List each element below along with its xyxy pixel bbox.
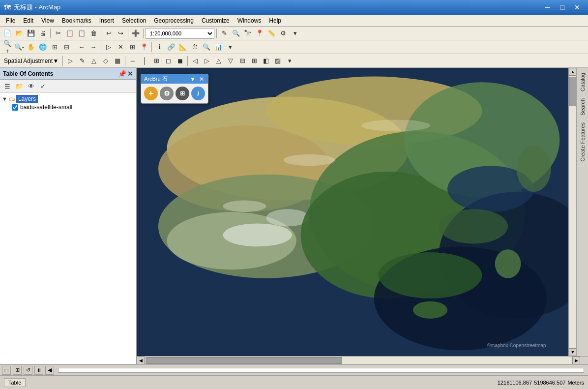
identify-button[interactable]: 🔍 xyxy=(231,28,241,39)
sa-link-tbl[interactable]: ⊞ xyxy=(151,56,162,66)
close-button[interactable]: ✕ xyxy=(570,2,584,13)
sa-arrow1[interactable]: ◁ xyxy=(190,56,201,66)
scale-dropdown[interactable]: 1:20,000,000 xyxy=(146,28,214,39)
toc-expand-icon[interactable]: ▼ xyxy=(2,96,7,102)
fixed-zoom-in-button[interactable]: ⊞ xyxy=(49,42,60,53)
toc-layer-checkbox-0[interactable] xyxy=(12,104,18,111)
menu-help[interactable]: Help xyxy=(265,15,285,26)
layout-btn1[interactable]: □ xyxy=(2,366,11,375)
sa-control-pt[interactable]: ◇ xyxy=(100,56,111,66)
toc-group-label[interactable]: Layers xyxy=(16,95,38,103)
search-cache[interactable]: 🔍 xyxy=(201,42,212,53)
toc-sel-btn[interactable]: ✓ xyxy=(37,81,48,91)
vscroll-thumb[interactable] xyxy=(569,77,576,106)
save-button[interactable]: 💾 xyxy=(26,28,36,39)
redo-button[interactable]: ↪ xyxy=(115,28,126,39)
vscroll-down-button[interactable]: ▼ xyxy=(569,348,577,356)
toc-visible-btn[interactable]: 👁 xyxy=(26,81,36,91)
arcbru-add-button[interactable]: + xyxy=(144,87,158,100)
find-button[interactable]: 🔭 xyxy=(242,28,253,39)
pan-button[interactable]: ✋ xyxy=(26,42,36,53)
sidebar-search[interactable]: Search xyxy=(579,95,587,119)
vscroll-up-button[interactable]: ▲ xyxy=(569,68,577,76)
menu-file[interactable]: File xyxy=(2,15,19,26)
toc-source-btn[interactable]: 📁 xyxy=(14,81,25,91)
sidebar-catalog[interactable]: Catalog xyxy=(579,70,587,94)
tb2-more[interactable]: ▾ xyxy=(225,42,235,53)
sa-view-link[interactable]: ◻ xyxy=(163,56,174,66)
sa-edg-snap[interactable]: ─ xyxy=(127,56,138,66)
back-btn[interactable]: ◀ xyxy=(45,366,54,375)
sa-vertex-tool[interactable]: ✎ xyxy=(77,56,88,66)
sa-select-tool[interactable]: ▷ xyxy=(65,56,76,66)
table-button[interactable]: Table xyxy=(4,378,26,387)
clear-sel-button[interactable]: ✕ xyxy=(115,42,126,53)
mxd-prop-button[interactable]: ⚙ xyxy=(278,28,289,39)
hscroll-left-button[interactable]: ◀ xyxy=(137,357,145,364)
sa-arrow2[interactable]: ▷ xyxy=(202,56,212,66)
tb1-more[interactable]: ▾ xyxy=(290,28,300,39)
zoom-in-button[interactable]: 🔍+ xyxy=(2,42,13,53)
back-extent-button[interactable]: ← xyxy=(76,42,87,53)
sa-arrow3[interactable]: △ xyxy=(213,56,224,66)
editor-button[interactable]: ✎ xyxy=(219,28,230,39)
menu-selection[interactable]: Selection xyxy=(118,15,150,26)
spatial-adj-label[interactable]: Spatial Adjustment ▼ xyxy=(2,58,60,64)
toc-pin-button[interactable]: 📌 xyxy=(118,70,126,78)
sidebar-create-features[interactable]: Create Features xyxy=(579,120,587,164)
goto-xy-button[interactable]: 📍 xyxy=(254,28,265,39)
menu-bookmarks[interactable]: Bookmarks xyxy=(58,15,95,26)
undo-button[interactable]: ↩ xyxy=(103,28,114,39)
menu-view[interactable]: View xyxy=(37,15,58,26)
full-extent-button[interactable]: 🌐 xyxy=(37,42,48,53)
sa-btn2[interactable]: ⊞ xyxy=(249,56,260,66)
hscroll-thumb[interactable] xyxy=(146,357,342,364)
measure-button[interactable]: 📏 xyxy=(266,28,277,39)
fixed-zoom-out-button[interactable]: ⊟ xyxy=(61,42,72,53)
zoom-out-button[interactable]: 🔍- xyxy=(14,42,25,53)
hscroll-right-button[interactable]: ▶ xyxy=(572,357,580,364)
minimize-button[interactable]: ─ xyxy=(541,2,555,13)
arcbru-close-btn[interactable]: ✕ xyxy=(198,76,205,83)
sa-arrow4[interactable]: ▽ xyxy=(225,56,236,66)
cut-button[interactable]: ✂ xyxy=(53,28,63,39)
arcbru-settings-button[interactable]: ⚙ xyxy=(160,87,174,100)
menu-geoprocessing[interactable]: Geoprocessing xyxy=(150,15,198,26)
delete-button[interactable]: 🗑 xyxy=(88,28,99,39)
print-button[interactable]: 🖨 xyxy=(37,28,48,39)
paste-button[interactable]: 📋 xyxy=(76,28,87,39)
menu-customize[interactable]: Customize xyxy=(198,15,234,26)
select-button[interactable]: ▷ xyxy=(103,42,114,53)
arcbru-grid-button[interactable]: ⊞ xyxy=(176,87,189,100)
sa-grid[interactable]: ▦ xyxy=(112,56,123,66)
identify-tool[interactable]: ℹ xyxy=(154,42,165,53)
measure-tool[interactable]: 📐 xyxy=(177,42,188,53)
sa-more[interactable]: ▾ xyxy=(284,56,295,66)
maximize-button[interactable]: □ xyxy=(556,2,569,13)
pause-btn[interactable]: ⏸ xyxy=(34,366,43,375)
forward-extent-button[interactable]: → xyxy=(88,42,99,53)
hyper-tool[interactable]: 🔗 xyxy=(166,42,176,53)
sa-vert-snap[interactable]: │ xyxy=(139,56,150,66)
layout-btn2[interactable]: ⊞ xyxy=(13,366,22,375)
time-tool[interactable]: ⏱ xyxy=(189,42,200,53)
arcbru-info-button[interactable]: i xyxy=(191,87,205,100)
arcbru-dropdown-btn[interactable]: ▼ xyxy=(189,76,196,83)
sa-del-link[interactable]: ◼ xyxy=(175,56,185,66)
menu-windows[interactable]: Windows xyxy=(234,15,265,26)
new-button[interactable]: 📄 xyxy=(2,28,13,39)
menu-edit[interactable]: Edit xyxy=(19,15,37,26)
map-view[interactable]: ©mapbox ©openstreetmap ArcBru 石 ▼ ✕ + xyxy=(137,68,568,356)
sa-btn4[interactable]: ▨ xyxy=(272,56,283,66)
refresh-btn[interactable]: ↺ xyxy=(24,366,32,375)
sa-btn1[interactable]: ⊟ xyxy=(237,56,248,66)
add-data-button[interactable]: ➕ xyxy=(130,28,141,39)
menu-insert[interactable]: Insert xyxy=(95,15,118,26)
toc-close-button[interactable]: ✕ xyxy=(127,70,133,78)
preview-html[interactable]: 📊 xyxy=(213,42,224,53)
toc-list-btn[interactable]: ☰ xyxy=(2,81,13,91)
sa-btn3[interactable]: ◧ xyxy=(261,56,271,66)
sel-by-attr-button[interactable]: ⊞ xyxy=(127,42,138,53)
copy-button[interactable]: 📋 xyxy=(64,28,75,39)
sel-by-loc-button[interactable]: 📍 xyxy=(139,42,149,53)
